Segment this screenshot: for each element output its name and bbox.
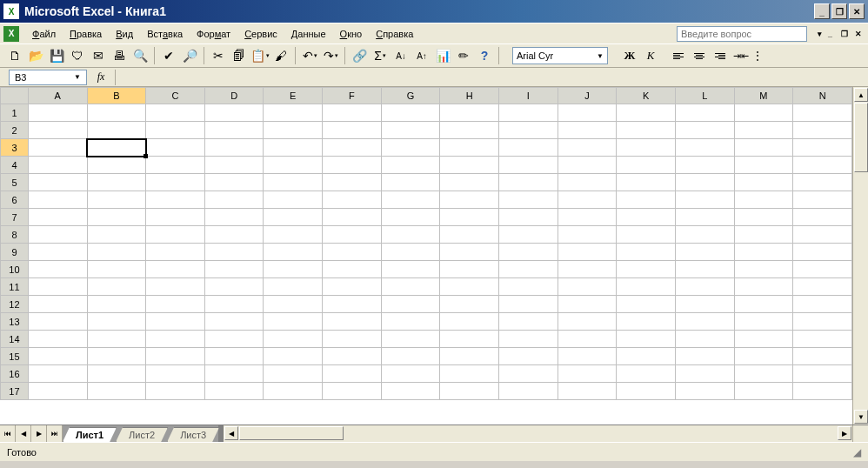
cell[interactable] <box>323 331 382 348</box>
doc-restore-button[interactable]: ❐ <box>838 27 851 40</box>
tab-first-icon[interactable]: ⏮ <box>0 425 16 442</box>
cell[interactable] <box>617 331 676 348</box>
paste-icon[interactable]: 📋▾ <box>250 46 270 65</box>
cell[interactable] <box>146 157 205 174</box>
cell[interactable] <box>381 191 440 209</box>
cell[interactable] <box>146 122 205 139</box>
cell[interactable] <box>734 348 793 365</box>
cell[interactable] <box>440 331 499 348</box>
cell[interactable] <box>499 278 558 296</box>
help-search-input[interactable] <box>677 26 807 42</box>
cell[interactable] <box>440 296 499 313</box>
cell[interactable] <box>499 261 558 278</box>
row-header[interactable]: 6 <box>1 191 29 209</box>
cell[interactable] <box>793 139 852 157</box>
cell[interactable] <box>617 174 676 191</box>
cell[interactable] <box>204 348 264 365</box>
cell[interactable] <box>204 261 264 278</box>
cell[interactable] <box>793 104 852 122</box>
cell[interactable] <box>440 244 499 261</box>
doc-close-button[interactable]: ✕ <box>851 27 865 40</box>
cell[interactable] <box>28 209 87 226</box>
cell[interactable] <box>146 296 205 313</box>
cell[interactable] <box>323 278 382 296</box>
formula-input[interactable] <box>115 70 868 85</box>
cell[interactable] <box>28 174 87 191</box>
menu-tools[interactable]: Сервис <box>238 26 284 42</box>
cell[interactable] <box>204 139 264 157</box>
cell[interactable] <box>381 313 440 331</box>
cell[interactable] <box>617 209 676 226</box>
cell[interactable] <box>146 104 205 122</box>
cell[interactable] <box>440 261 499 278</box>
cell[interactable] <box>734 139 793 157</box>
cell[interactable] <box>675 331 734 348</box>
cell[interactable] <box>617 191 676 209</box>
cell[interactable] <box>558 226 617 244</box>
row-header[interactable]: 4 <box>1 157 29 174</box>
cell[interactable] <box>264 157 323 174</box>
autosum-icon[interactable]: Σ▾ <box>371 46 390 65</box>
cell[interactable] <box>28 261 87 278</box>
doc-excel-icon[interactable]: X <box>3 26 19 42</box>
cell[interactable] <box>28 278 87 296</box>
row-header[interactable]: 12 <box>1 296 29 313</box>
cell[interactable] <box>793 278 852 296</box>
column-header[interactable]: J <box>558 88 617 104</box>
cell[interactable] <box>146 244 205 261</box>
cell[interactable] <box>146 383 205 400</box>
cell[interactable] <box>28 122 87 139</box>
email-icon[interactable]: ✉ <box>89 46 108 65</box>
cell[interactable] <box>146 139 205 157</box>
cell[interactable] <box>323 296 382 313</box>
horizontal-scrollbar[interactable]: ◀ ▶ <box>224 425 852 442</box>
cell[interactable] <box>734 365 793 383</box>
cell[interactable] <box>675 122 734 139</box>
cell[interactable] <box>675 313 734 331</box>
cell[interactable] <box>675 104 734 122</box>
cell[interactable] <box>793 244 852 261</box>
row-header[interactable]: 17 <box>1 383 29 400</box>
menu-window[interactable]: Окно <box>334 26 369 42</box>
cell[interactable] <box>87 365 146 383</box>
cell[interactable] <box>381 365 440 383</box>
cell[interactable] <box>204 122 264 139</box>
scroll-track[interactable] <box>239 425 837 442</box>
sheet-tab[interactable]: Лист1 <box>63 427 117 442</box>
cell[interactable] <box>440 365 499 383</box>
cell[interactable] <box>264 348 323 365</box>
cell[interactable] <box>87 122 146 139</box>
cell[interactable] <box>264 383 323 400</box>
cell[interactable] <box>499 383 558 400</box>
scroll-thumb[interactable] <box>239 426 344 440</box>
cell[interactable] <box>204 226 264 244</box>
row-header[interactable]: 9 <box>1 244 29 261</box>
cell[interactable] <box>734 157 793 174</box>
cell[interactable] <box>264 139 323 157</box>
cell[interactable] <box>87 191 146 209</box>
cell[interactable] <box>204 383 264 400</box>
cell[interactable] <box>28 383 87 400</box>
cell[interactable] <box>558 209 617 226</box>
cell[interactable] <box>87 313 146 331</box>
cell[interactable] <box>323 122 382 139</box>
menu-edit[interactable]: Правка <box>63 26 108 42</box>
cell[interactable] <box>323 104 382 122</box>
row-header[interactable]: 1 <box>1 104 29 122</box>
cell[interactable] <box>617 365 676 383</box>
column-header[interactable]: N <box>793 88 852 104</box>
cell[interactable] <box>675 157 734 174</box>
cell[interactable] <box>734 244 793 261</box>
cell[interactable] <box>28 365 87 383</box>
cell[interactable] <box>558 157 617 174</box>
cell[interactable] <box>87 383 146 400</box>
fx-icon[interactable]: fx <box>87 70 115 84</box>
cell[interactable] <box>323 383 382 400</box>
cell[interactable] <box>146 313 205 331</box>
cell[interactable] <box>558 296 617 313</box>
cell[interactable] <box>499 139 558 157</box>
merge-center-button[interactable]: ⇥⇤ <box>731 46 751 65</box>
cell[interactable] <box>204 244 264 261</box>
cell[interactable] <box>146 348 205 365</box>
undo-icon[interactable]: ↶▾ <box>300 46 319 65</box>
